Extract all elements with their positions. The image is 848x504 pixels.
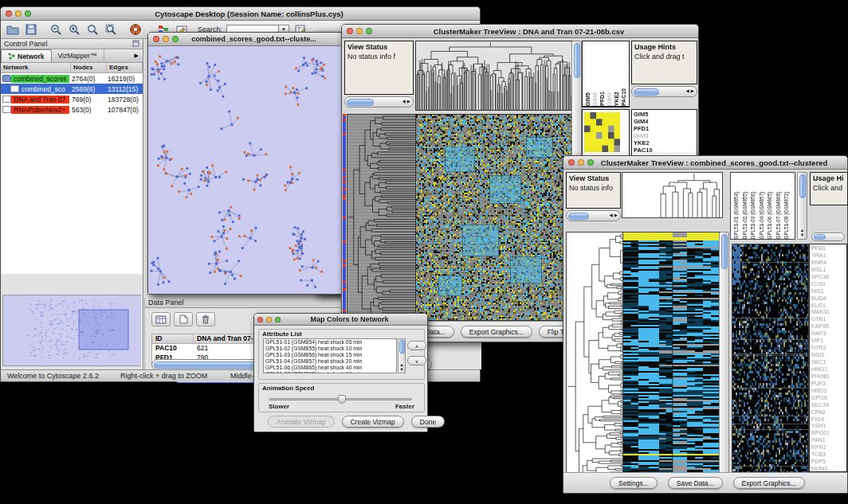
overview-canvas[interactable] xyxy=(3,295,141,365)
float-panel-icon[interactable] xyxy=(132,40,139,49)
minimize-button[interactable] xyxy=(356,28,363,34)
gene-label[interactable]: PAN1 xyxy=(811,437,846,444)
scroll-thumb[interactable] xyxy=(347,99,374,106)
gene-label[interactable]: MON2 xyxy=(811,466,846,472)
column-label[interactable]: GPL51-03 (GSM856) xyxy=(749,192,758,240)
attribute-item[interactable]: GPL51-02 (GSM855) heat shock 10 min xyxy=(264,346,396,352)
gene-label[interactable]: GIM4 xyxy=(634,118,697,125)
zoom-button[interactable] xyxy=(366,28,372,34)
gene-label[interactable]: HAP3 xyxy=(811,330,846,338)
gene-label[interactable]: YRA1 xyxy=(811,252,846,260)
gene-label[interactable]: MAK31 xyxy=(811,309,846,316)
column-label[interactable]: GIM3 xyxy=(606,92,613,106)
network-table-row[interactable]: combined_scores 2764(0) 16218(0) xyxy=(1,73,143,84)
gene-label[interactable]: ELG1 xyxy=(811,303,846,310)
scroll-thumb[interactable] xyxy=(574,43,580,78)
gene-label[interactable]: NTR2 xyxy=(811,345,846,352)
network-table-row[interactable]: DNA and Tran 07 769(0) 183728(0) xyxy=(1,94,143,104)
tab-vizmapper[interactable]: VizMapper™ xyxy=(52,49,104,62)
speed-slider-track[interactable] xyxy=(269,398,412,400)
save-icon[interactable] xyxy=(24,23,38,36)
gene-label[interactable]: PFD1 xyxy=(634,125,697,132)
gene-label[interactable]: HMG1 xyxy=(811,366,846,373)
close-button[interactable] xyxy=(153,36,159,42)
delete-attribute-trash-icon[interactable] xyxy=(196,312,215,326)
gene-label[interactable]: TCB3 xyxy=(811,451,846,459)
attribute-list-scrollbar[interactable]: ▲▼ xyxy=(398,338,406,373)
treeview2-titlebar[interactable]: ClusterMaker TreeView : combined_scores_… xyxy=(563,156,847,170)
scroll-thumb[interactable] xyxy=(799,174,806,198)
minimize-button[interactable] xyxy=(15,10,22,17)
column-label[interactable]: GPL51-06 (GSM865) xyxy=(766,192,775,240)
treeview-action-button[interactable]: Export Graphics... xyxy=(733,477,805,489)
column-label[interactable]: GPL51-01 (GSM854) xyxy=(732,192,741,240)
gene-label[interactable]: PAC10 xyxy=(634,147,697,154)
column-label[interactable]: GPL51-02 (GSM855) xyxy=(741,192,750,240)
birdseye-overview-panel[interactable] xyxy=(2,295,141,366)
col-id[interactable]: ID xyxy=(152,334,194,343)
dialog-titlebar[interactable]: Map Colors to Network xyxy=(254,314,427,326)
gene-label[interactable]: GIM5 xyxy=(634,111,697,118)
column-label[interactable]: GIM4 xyxy=(591,92,599,106)
zoom-button[interactable] xyxy=(172,36,179,42)
zoom-button[interactable] xyxy=(25,10,31,17)
treeview-action-button[interactable]: Settings... xyxy=(610,477,658,489)
gene-label[interactable]: SPC98 xyxy=(811,274,846,281)
open-folder-icon[interactable] xyxy=(6,23,20,36)
zoom-selected-icon[interactable] xyxy=(104,23,118,36)
new-attribute-icon[interactable] xyxy=(174,312,193,326)
gene-label[interactable]: RPN1 xyxy=(811,444,846,451)
column-label[interactable]: GPL51-07 (GSM868) xyxy=(775,192,783,240)
minimize-button[interactable] xyxy=(578,159,584,166)
done-button[interactable]: Done xyxy=(411,416,445,428)
main-titlebar[interactable]: Cytoscape Desktop (Session Name: collins… xyxy=(1,7,480,21)
gene-label[interactable]: GIM3 xyxy=(634,132,697,139)
gene-label[interactable]: GPI16 xyxy=(811,395,846,402)
tv1-heatmap[interactable] xyxy=(415,114,572,321)
column-label[interactable]: GPL51-08 (GSM872) xyxy=(783,192,791,240)
gene-label[interactable]: HRD3 xyxy=(811,388,846,395)
move-down-button[interactable]: ∨ xyxy=(407,356,426,365)
column-label[interactable]: PFD1 xyxy=(599,92,606,106)
netwin1-titlebar[interactable]: combined_scores_good.txt--cluste... xyxy=(148,33,342,46)
scroll-right-arrow[interactable]: ▶ xyxy=(690,89,695,94)
tv1-similarity-matrix[interactable] xyxy=(584,112,620,152)
minimize-button[interactable] xyxy=(163,36,169,42)
attribute-item[interactable]: GPL51-01 (GSM854) heat shock 05 min xyxy=(264,339,396,346)
tv2-zoom-hscrollbar[interactable]: ◀▶ xyxy=(566,210,621,221)
zoom-fit-icon[interactable] xyxy=(85,23,100,36)
tv2-labels-vscrollbar[interactable]: ▲▼ xyxy=(797,172,807,240)
tv1-right-hscrollbar[interactable]: ◀▶ xyxy=(631,86,697,97)
tv2-gene-hscrollbar[interactable] xyxy=(811,232,845,241)
scroll-thumb[interactable] xyxy=(399,340,405,354)
tv2-heatmap[interactable] xyxy=(622,232,720,487)
gene-label[interactable]: CPA2 xyxy=(811,409,846,416)
scroll-right-arrow[interactable]: ▶ xyxy=(406,100,411,104)
attribute-item[interactable]: GPL51-07 (GSM868) heat shock 60 min xyxy=(264,371,396,373)
tv2-column-dendrogram[interactable] xyxy=(622,172,723,218)
close-button[interactable] xyxy=(347,28,353,34)
scroll-thumb[interactable] xyxy=(721,234,728,269)
col-nodes[interactable]: Nodes xyxy=(71,63,107,72)
attribute-item[interactable]: GPL51-06 (GSM865) heat shock 40 min xyxy=(264,365,396,371)
gene-label[interactable]: RNR4 xyxy=(811,260,846,267)
gene-label[interactable]: PHO81 xyxy=(811,373,846,381)
zoom-in-icon[interactable] xyxy=(67,23,81,36)
gene-label[interactable]: GTB1 xyxy=(811,316,846,323)
scroll-down-arrow[interactable]: ▼ xyxy=(799,233,805,238)
close-button[interactable] xyxy=(568,159,575,166)
attribute-select-icon[interactable] xyxy=(151,312,171,326)
zoom-button[interactable] xyxy=(275,317,281,322)
gene-label[interactable]: PEP5 xyxy=(811,459,846,466)
tv2-gene-dendrogram[interactable] xyxy=(566,232,623,487)
tab-overflow-arrow[interactable]: ▶ xyxy=(131,49,143,62)
move-up-button[interactable]: ∧ xyxy=(407,341,426,350)
create-vizmap-button[interactable]: Create Vizmap xyxy=(342,416,404,428)
close-button[interactable] xyxy=(6,10,12,17)
gene-label[interactable]: VIP1 xyxy=(811,338,846,345)
speed-slider-thumb[interactable] xyxy=(338,395,346,404)
gene-label[interactable]: YSH1 xyxy=(811,423,846,430)
animate-vizmap-button[interactable]: Animate Vizmap xyxy=(268,416,335,428)
col-network[interactable]: Network xyxy=(1,63,71,72)
treeview1-titlebar[interactable]: ClusterMaker TreeView : DNA and Tran 07-… xyxy=(342,25,698,38)
